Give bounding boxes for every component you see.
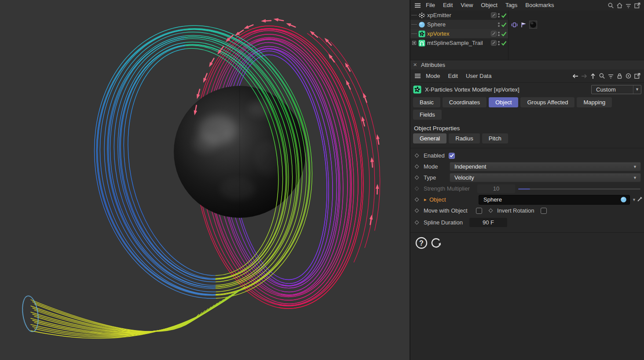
object-row-sphere[interactable]: Sphere bbox=[410, 20, 508, 29]
subtab-pitch[interactable]: Pitch bbox=[482, 133, 508, 143]
filter-icon[interactable] bbox=[606, 72, 615, 81]
forward-arrow-icon[interactable] bbox=[580, 72, 589, 81]
tab-basic[interactable]: Basic bbox=[413, 97, 440, 107]
modifier-title: X-Particles Vortex Modifier [xpVortex] bbox=[425, 86, 520, 93]
flag-tag-icon[interactable] bbox=[520, 21, 527, 29]
object-label-selected[interactable]: xpVortex bbox=[427, 30, 450, 37]
home-icon[interactable] bbox=[615, 1, 624, 10]
attributes-title: Attributes bbox=[421, 62, 445, 68]
layer-chip-icon[interactable] bbox=[491, 31, 497, 37]
menu-file[interactable]: File bbox=[422, 0, 439, 11]
object-label[interactable]: mtSplineSample_Trail bbox=[427, 40, 483, 46]
row-enabled: Enabled bbox=[410, 150, 644, 161]
texture-tag-icon[interactable] bbox=[529, 21, 537, 29]
invert-rotation-checkbox[interactable] bbox=[541, 208, 547, 214]
type-label: Type bbox=[424, 174, 436, 181]
eyedropper-icon[interactable] bbox=[637, 195, 644, 204]
key-diamond-icon[interactable] bbox=[415, 198, 419, 202]
key-diamond-icon[interactable] bbox=[489, 209, 493, 213]
tab-fields[interactable]: Fields bbox=[413, 110, 442, 120]
hamburger-menu-icon[interactable] bbox=[413, 72, 422, 81]
key-diamond-icon[interactable] bbox=[415, 176, 419, 180]
visibility-dots[interactable] bbox=[498, 41, 500, 45]
row-type: Type Velocity ▼ bbox=[410, 172, 644, 183]
key-diamond-icon[interactable] bbox=[415, 154, 419, 158]
viewport-3d[interactable] bbox=[0, 0, 410, 360]
external-link-icon[interactable] bbox=[633, 1, 641, 10]
mode-dropdown[interactable]: Independent ▼ bbox=[450, 162, 641, 171]
chevron-down-icon[interactable]: ▼ bbox=[632, 198, 636, 202]
enabled-check-icon[interactable] bbox=[501, 22, 507, 27]
object-label[interactable]: xpEmitter bbox=[427, 12, 451, 18]
row-spline-duration: Spline Duration 90 F bbox=[410, 216, 644, 229]
spline-duration-label: Spline Duration bbox=[424, 219, 463, 226]
help-icon[interactable]: ? bbox=[415, 236, 428, 250]
emitter-shape[interactable] bbox=[20, 295, 40, 333]
attributes-header: ✕ Attributes bbox=[410, 60, 644, 70]
close-icon[interactable]: ✕ bbox=[413, 62, 420, 68]
enabled-check-icon[interactable] bbox=[501, 40, 507, 46]
visibility-dots[interactable] bbox=[498, 32, 500, 36]
expand-caret-icon[interactable]: ▸ bbox=[424, 197, 427, 202]
spline-trail-icon bbox=[418, 39, 425, 47]
external-link-icon[interactable] bbox=[633, 72, 641, 81]
sphere-row-tags bbox=[511, 21, 537, 29]
key-diamond-icon[interactable] bbox=[415, 220, 419, 225]
filter-icon[interactable] bbox=[624, 1, 633, 10]
object-row-xpvortex[interactable]: xpVortex bbox=[410, 29, 508, 38]
object-label[interactable]: Sphere bbox=[427, 21, 446, 28]
attr-menu-userdata[interactable]: User Data bbox=[462, 73, 496, 79]
tree-connector bbox=[411, 15, 417, 15]
section-title: Object Properties bbox=[410, 121, 644, 133]
key-diamond-icon[interactable] bbox=[415, 209, 419, 213]
attr-menu-edit[interactable]: Edit bbox=[444, 73, 462, 79]
layer-chip-icon[interactable] bbox=[491, 40, 497, 46]
expand-plus-icon[interactable] bbox=[412, 41, 416, 45]
menu-edit[interactable]: Edit bbox=[439, 0, 457, 11]
menu-bookmarks[interactable]: Bookmarks bbox=[521, 0, 558, 11]
back-arrow-icon[interactable] bbox=[571, 72, 580, 81]
attr-menu-mode[interactable]: Mode bbox=[422, 73, 444, 79]
key-diamond-icon[interactable] bbox=[415, 165, 419, 169]
type-dropdown[interactable]: Velocity ▼ bbox=[450, 173, 641, 182]
reset-icon[interactable] bbox=[430, 236, 443, 250]
object-link-field[interactable]: Sphere bbox=[479, 195, 630, 205]
mode-value: Independent bbox=[450, 163, 633, 170]
search-icon[interactable] bbox=[597, 72, 606, 81]
up-arrow-icon[interactable] bbox=[589, 72, 597, 81]
move-with-object-checkbox[interactable] bbox=[476, 208, 482, 214]
layer-chip-icon[interactable] bbox=[491, 12, 497, 18]
search-icon[interactable] bbox=[606, 1, 615, 10]
target-icon[interactable] bbox=[624, 72, 633, 81]
tab-groups-affected[interactable]: Groups Affected bbox=[520, 97, 574, 107]
object-properties-form: Enabled Mode Independent ▼ Type Velocity bbox=[410, 148, 644, 250]
spline-duration-value[interactable]: 90 F bbox=[469, 218, 507, 227]
enabled-check-icon[interactable] bbox=[501, 13, 507, 18]
tab-object[interactable]: Object bbox=[489, 97, 519, 107]
object-row-mtsplinesample[interactable]: mtSplineSample_Trail bbox=[410, 38, 508, 48]
tab-mapping[interactable]: Mapping bbox=[577, 97, 612, 107]
tab-coordinates[interactable]: Coordinates bbox=[443, 97, 487, 107]
preset-dropdown[interactable]: Custom ▼ bbox=[591, 85, 641, 94]
enabled-checkbox[interactable] bbox=[449, 153, 455, 159]
strength-slider[interactable] bbox=[518, 188, 640, 190]
visibility-dots[interactable] bbox=[498, 13, 500, 18]
menu-view[interactable]: View bbox=[457, 0, 477, 11]
enabled-check-icon[interactable] bbox=[501, 31, 507, 37]
subtab-general[interactable]: General bbox=[413, 133, 446, 143]
mode-label: Mode bbox=[424, 163, 438, 170]
xp-group-tag-icon[interactable] bbox=[511, 21, 518, 29]
lock-icon[interactable] bbox=[615, 72, 624, 81]
row-object: ▸ Object Sphere ▼ bbox=[410, 194, 644, 205]
subtab-radius[interactable]: Radius bbox=[449, 133, 479, 143]
modifier-title-row: X-Particles Vortex Modifier [xpVortex] C… bbox=[410, 83, 644, 96]
menu-tags[interactable]: Tags bbox=[501, 0, 521, 11]
strength-value-box[interactable]: 10 bbox=[477, 184, 515, 193]
preset-value: Custom bbox=[592, 86, 633, 93]
svg-text:?: ? bbox=[419, 239, 424, 247]
object-manager-divider bbox=[508, 11, 509, 60]
visibility-dots[interactable] bbox=[498, 22, 500, 27]
menu-object[interactable]: Object bbox=[477, 0, 501, 11]
object-row-xpemitter[interactable]: xpEmitter bbox=[410, 11, 508, 20]
hamburger-menu-icon[interactable] bbox=[413, 1, 422, 10]
